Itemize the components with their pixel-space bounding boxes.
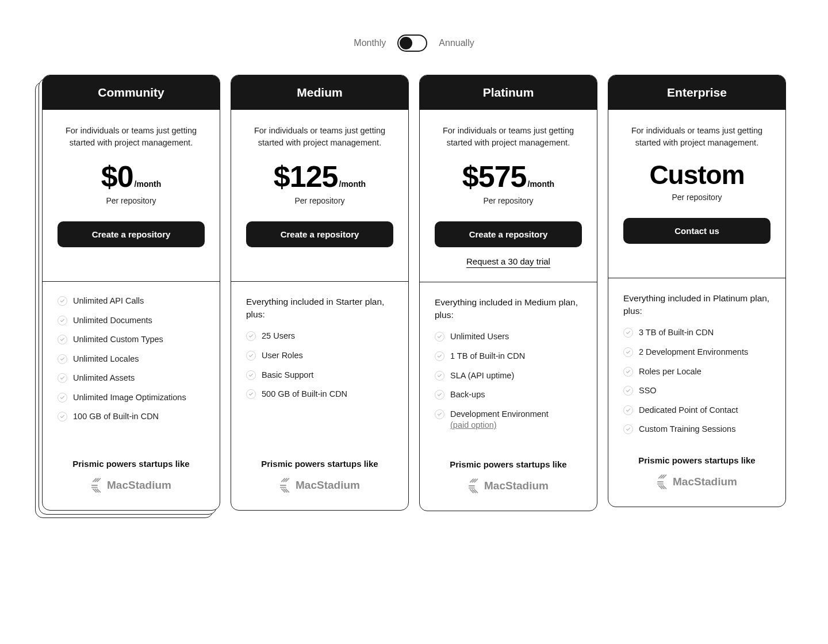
check-icon [246, 351, 256, 361]
powered-by-label: Prismic powers startups like [608, 455, 785, 465]
macstadium-logo: MacStadium [468, 477, 549, 494]
check-icon [435, 371, 444, 381]
macstadium-wordmark: MacStadium [296, 479, 360, 492]
toggle-label-annually: Annually [439, 38, 474, 48]
billing-toggle-row: Monthly Annually [0, 0, 828, 75]
macstadium-icon [279, 477, 292, 494]
plan-features: Everything included in Medium plan, plus… [420, 282, 597, 449]
macstadium-icon [468, 477, 481, 494]
plan-price-row: $0/month [101, 159, 162, 194]
feature-label: Unlimited Assets [73, 373, 135, 384]
feature-item: Unlimited API Calls [57, 296, 205, 307]
plan-subtitle: For individuals or teams just getting st… [435, 125, 582, 149]
feature-label: Unlimited Documents [73, 315, 152, 327]
plan-price-row: $125/month [274, 159, 366, 194]
feature-item: Development Environment(paid option) [435, 409, 582, 431]
check-icon [435, 351, 444, 361]
check-icon [623, 405, 633, 415]
feature-label: Unlimited Users [450, 331, 509, 343]
check-icon [57, 373, 67, 383]
feature-item: 500 GB of Built-in CDN [246, 389, 393, 400]
check-icon [246, 370, 256, 380]
paid-option-link[interactable]: (paid option) [450, 420, 497, 430]
feature-label: Development Environment(paid option) [450, 409, 549, 431]
plan-price: $575 [462, 159, 527, 194]
macstadium-logo: MacStadium [91, 477, 171, 494]
plan-card-platinum: PlatinumFor individuals or teams just ge… [419, 75, 597, 511]
feature-label: 2 Development Environments [639, 347, 748, 358]
powered-by-label: Prismic powers startups like [231, 459, 408, 469]
feature-label: 3 TB of Built-in CDN [639, 327, 714, 339]
feature-label: Basic Support [262, 370, 313, 381]
plan-body: For individuals or teams just getting st… [43, 110, 220, 267]
plan-features: Everything included in Platinum plan, pl… [608, 278, 785, 445]
check-icon [57, 393, 67, 402]
feature-item: Dedicated Point of Contact [623, 405, 770, 416]
plan-price-period: /month [135, 179, 162, 189]
feature-item: Unlimited Assets [57, 373, 205, 384]
toggle-label-monthly: Monthly [354, 38, 386, 48]
create-repository-button[interactable]: Create a repository [435, 221, 582, 247]
feature-label: User Roles [262, 350, 303, 362]
request-trial-link[interactable]: Request a 30 day trial [466, 256, 550, 268]
features-intro: Everything included in Platinum plan, pl… [623, 292, 770, 317]
logo-row: MacStadium [608, 473, 785, 490]
plan-name: Medium [231, 75, 408, 110]
logo-row: MacStadium [231, 477, 408, 494]
plan-price: $0 [101, 159, 133, 194]
feature-item: 2 Development Environments [623, 347, 770, 358]
feature-label: 500 GB of Built-in CDN [262, 389, 347, 400]
plan-per-repository: Per repository [672, 193, 722, 202]
check-icon [435, 409, 444, 419]
feature-item: SLA (API uptime) [435, 370, 582, 382]
check-icon [435, 390, 444, 400]
feature-label: 1 TB of Built-in CDN [450, 351, 525, 362]
check-icon [57, 412, 67, 421]
plan-subtitle: For individuals or teams just getting st… [57, 125, 205, 149]
feature-item: User Roles [246, 350, 393, 362]
create-repository-button[interactable]: Create a repository [246, 221, 393, 247]
plan-name: Community [43, 75, 220, 110]
powered-by-label: Prismic powers startups like [420, 459, 597, 469]
macstadium-icon [91, 477, 103, 494]
powered-by: Prismic powers startups likeMacStadium [231, 448, 408, 510]
plan-subtitle: For individuals or teams just getting st… [623, 125, 770, 149]
contact-us-button[interactable]: Contact us [623, 218, 770, 244]
create-repository-button[interactable]: Create a repository [57, 221, 205, 247]
check-icon [57, 335, 67, 344]
check-icon [57, 296, 67, 306]
check-icon [435, 332, 444, 342]
feature-item: SSO [623, 385, 770, 397]
plan-features: Everything included in Starter plan, plu… [231, 282, 408, 448]
feature-label: Back-ups [450, 389, 485, 401]
macstadium-icon [657, 473, 669, 490]
feature-item: Unlimited Image Optimizations [57, 392, 205, 404]
logo-row: MacStadium [43, 477, 220, 494]
plan-card-enterprise: EnterpriseFor individuals or teams just … [608, 75, 786, 507]
feature-item: Back-ups [435, 389, 582, 401]
plan-body: For individuals or teams just getting st… [231, 110, 408, 267]
feature-item: 25 Users [246, 331, 393, 342]
powered-by: Prismic powers startups likeMacStadium [608, 445, 785, 507]
feature-item: Custom Training Sessions [623, 424, 770, 435]
plan-price: Custom [649, 159, 744, 190]
feature-label: Unlimited Image Optimizations [73, 392, 186, 404]
feature-label: 100 GB of Built-in CDN [73, 411, 159, 423]
check-icon [623, 424, 633, 434]
features-intro: Everything included in Medium plan, plus… [435, 296, 582, 321]
billing-toggle[interactable] [397, 34, 427, 52]
pricing-card: PlatinumFor individuals or teams just ge… [419, 75, 597, 511]
plan-per-repository: Per repository [106, 196, 156, 205]
plan-price: $125 [274, 159, 338, 194]
plan-body: For individuals or teams just getting st… [420, 110, 597, 268]
feature-label: SSO [639, 385, 657, 397]
check-icon [623, 386, 633, 396]
feature-item: Basic Support [246, 370, 393, 381]
plan-price-period: /month [528, 179, 555, 189]
macstadium-logo: MacStadium [657, 473, 737, 490]
feature-label: Unlimited Custom Types [73, 334, 163, 346]
feature-label: SLA (API uptime) [450, 370, 514, 382]
feature-item: Roles per Locale [623, 366, 770, 378]
macstadium-logo: MacStadium [279, 477, 360, 494]
feature-item: Unlimited Users [435, 331, 582, 343]
